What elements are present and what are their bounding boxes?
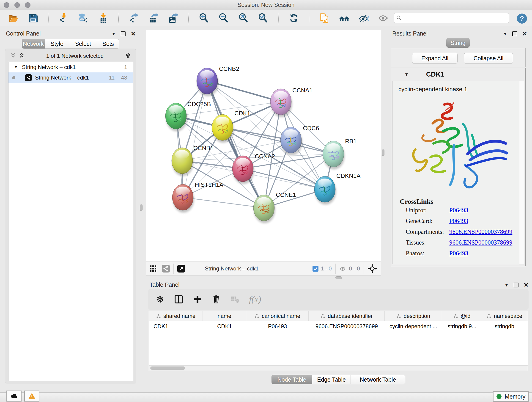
network-node-CCNE1[interactable]: CCNE1: [253, 191, 296, 223]
memory-button[interactable]: Memory: [493, 391, 529, 402]
crosslink-link[interactable]: P06493: [449, 217, 468, 225]
toolbar-separator: [278, 12, 279, 24]
network-node-CDC25B[interactable]: CDC25B: [165, 101, 211, 131]
column-header-description[interactable]: description: [385, 311, 442, 321]
tab-edge-table[interactable]: Edge Table: [312, 375, 351, 384]
tab-network-table[interactable]: Network Table: [351, 375, 405, 384]
crosslink-link[interactable]: 9606.ENSP00000378699: [449, 239, 512, 246]
import-table-button[interactable]: [97, 11, 109, 25]
left-splitter-handle[interactable]: [140, 204, 143, 211]
table-panel-menu-icon[interactable]: ▼: [504, 283, 509, 287]
collection-expand-icon[interactable]: ▼: [14, 65, 18, 70]
tab-string[interactable]: String: [446, 38, 470, 48]
expand-all-button[interactable]: Expand All: [412, 53, 457, 64]
network-row-selected[interactable]: String Network – cdk1 11 48: [8, 72, 133, 83]
bottom-splitter-handle[interactable]: [336, 276, 342, 279]
save-session-button[interactable]: [27, 11, 39, 25]
control-panel-float-icon[interactable]: [121, 32, 126, 36]
table-hscrollbar-thumb[interactable]: [150, 366, 185, 370]
crosslink-link[interactable]: 9606.ENSP00000378699: [449, 228, 512, 235]
hide-selected-button[interactable]: [357, 11, 370, 25]
results-panel-menu-icon[interactable]: ▼: [503, 32, 507, 36]
network-table-splitter[interactable]: [146, 276, 381, 279]
node-table[interactable]: shared namenamecanonical namedatabase id…: [149, 311, 528, 371]
tab-node-table[interactable]: Node Table: [272, 375, 312, 384]
collapse-all-button[interactable]: Collapse All: [464, 53, 513, 64]
selected-checkbox-icon[interactable]: [312, 266, 318, 272]
grid-view-icon[interactable]: [150, 265, 157, 272]
tab-network[interactable]: Network: [22, 39, 45, 49]
network-node-HIST1H1A[interactable]: HIST1H1A: [172, 181, 223, 213]
network-options-gear-icon[interactable]: [125, 52, 131, 60]
column-header-name[interactable]: name: [203, 311, 246, 321]
right-splitter-handle[interactable]: [382, 149, 385, 156]
column-header-namespace[interactable]: namespace: [482, 311, 527, 321]
results-panel-close-icon[interactable]: ✕: [522, 31, 527, 37]
collapse-all-networks-icon[interactable]: [19, 52, 25, 60]
table-hscrollbar[interactable]: [149, 365, 528, 370]
open-session-button[interactable]: [7, 11, 20, 25]
show-all-button[interactable]: [377, 11, 390, 25]
zoom-selected-button[interactable]: [257, 11, 269, 25]
results-scrollbar[interactable]: [519, 81, 524, 264]
help-button[interactable]: ?: [517, 13, 527, 24]
table-panel: Table Panel ▼ ✕ f(x) shared namenamecano…: [146, 280, 530, 391]
tab-style[interactable]: Style: [45, 39, 69, 49]
export-image-button[interactable]: [167, 11, 180, 25]
network-node-CDC6[interactable]: CDC6: [280, 125, 319, 155]
zoom-out-button[interactable]: [217, 11, 230, 25]
column-header-shared-name[interactable]: shared name: [149, 311, 203, 321]
expand-all-networks-icon[interactable]: [10, 52, 16, 60]
apply-layout-button[interactable]: [287, 11, 300, 25]
create-column-icon[interactable]: [193, 294, 202, 304]
crosslink-row: Compartments:9606.ENSP00000378699: [393, 228, 519, 239]
network-node-CCNB1[interactable]: CCNB1: [172, 145, 214, 176]
network-node-RB1[interactable]: RB1: [323, 138, 357, 169]
export-image-icon: [168, 13, 179, 24]
network-collection-row[interactable]: ▼ String Network – cdk1 1: [8, 62, 133, 72]
node-label-CDKN1A: CDKN1A: [336, 172, 361, 179]
network-node-CCNB2[interactable]: CCNB2: [196, 65, 239, 96]
export-network-icon: [128, 13, 139, 24]
birds-eye-view-icon[interactable]: [367, 264, 377, 274]
main-toolbar: ?: [0, 10, 532, 27]
tab-select[interactable]: Select: [69, 39, 97, 49]
zoom-in-button[interactable]: [197, 11, 210, 25]
table-panel-close-icon[interactable]: ✕: [524, 282, 529, 288]
new-network-from-selection-button[interactable]: [318, 11, 331, 25]
toolbar-separator: [188, 12, 189, 24]
import-network-button[interactable]: [57, 11, 70, 25]
search-input[interactable]: [404, 15, 509, 22]
zoom-fit-button[interactable]: [237, 11, 250, 25]
delete-column-icon[interactable]: [211, 294, 221, 304]
column-header--id[interactable]: @id: [442, 311, 482, 321]
detach-view-icon[interactable]: [177, 265, 185, 273]
table-panel-float-icon[interactable]: [514, 283, 519, 287]
protein-structure-image: [396, 96, 513, 195]
table-row[interactable]: CDK1CDK1P064939606.ENSP00000378699cyclin…: [149, 321, 528, 332]
warnings-button[interactable]: [24, 390, 39, 402]
control-panel-menu-icon[interactable]: ▼: [111, 32, 116, 36]
node-label-HIST1H1A: HIST1H1A: [195, 181, 223, 188]
first-neighbors-button[interactable]: [338, 11, 351, 25]
network-node-CDKN1A[interactable]: CDKN1A: [314, 172, 361, 205]
cloud-status-button[interactable]: [6, 390, 22, 402]
export-network-button[interactable]: [127, 11, 140, 25]
string-view-icon[interactable]: [162, 265, 170, 273]
gene-collapse-icon[interactable]: ▼: [404, 72, 409, 77]
import-network-database-button[interactable]: [77, 11, 90, 25]
column-header-canonical-name[interactable]: canonical name: [246, 311, 309, 321]
tab-sets[interactable]: Sets: [97, 39, 119, 49]
hide-selected-icon: [359, 13, 369, 24]
table-options-gear-icon[interactable]: [155, 294, 165, 304]
crosslink-link[interactable]: P06493: [449, 207, 468, 214]
crosslink-link[interactable]: P06493: [449, 250, 468, 257]
column-header-database-identifier[interactable]: database identifier: [309, 311, 385, 321]
crosslink-row: GeneCard:P06493: [393, 217, 519, 228]
network-canvas[interactable]: CCNB2CCNA1CDC25BCDK1CDC6RB1CCNB1CCNA2CDK…: [146, 30, 381, 262]
results-panel-float-icon[interactable]: [512, 32, 517, 36]
show-column-icon[interactable]: [174, 294, 184, 304]
control-panel-close-icon[interactable]: ✕: [131, 31, 136, 37]
search-box[interactable]: [394, 13, 509, 23]
export-table-button[interactable]: [147, 11, 160, 25]
